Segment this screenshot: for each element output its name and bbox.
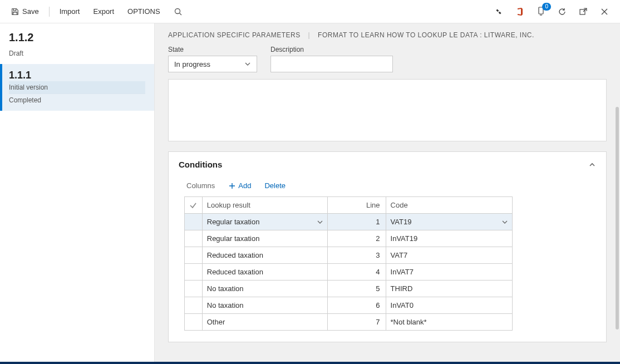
code-column-header[interactable]: Code <box>386 197 512 214</box>
code-cell[interactable]: VAT19 <box>386 214 512 230</box>
svg-rect-2 <box>496 9 499 12</box>
state-select[interactable]: In progress <box>168 56 257 72</box>
line-cell[interactable]: 6 <box>328 297 386 314</box>
conditions-section: Conditions Columns Add Delete <box>168 151 607 342</box>
lookup-cell[interactable]: Other <box>202 314 327 331</box>
sidebar-version-2[interactable]: 1.1.1 Initial version Completed <box>0 64 154 111</box>
line-cell[interactable]: 7 <box>328 314 386 331</box>
code-cell[interactable]: InVAT0 <box>386 297 512 314</box>
lookup-cell[interactable]: Regular taxation <box>202 230 327 247</box>
row-check-cell[interactable] <box>185 264 203 281</box>
line-cell[interactable]: 4 <box>328 264 386 281</box>
row-check-cell[interactable] <box>185 230 203 247</box>
code-cell[interactable]: InVAT19 <box>386 230 512 247</box>
chevron-up-icon <box>588 161 596 169</box>
row-check-cell[interactable] <box>185 297 203 314</box>
version-meta: Initial version <box>9 81 145 94</box>
save-button[interactable]: Save <box>6 4 45 19</box>
export-button[interactable]: Export <box>87 4 120 19</box>
svg-rect-3 <box>499 11 501 14</box>
main-pane: APPLICATION SPECIFIC PARAMETERS | FORMAT… <box>155 23 620 362</box>
version-number: 1.1.1 <box>9 70 145 81</box>
delete-button[interactable]: Delete <box>264 181 286 190</box>
version-meta: Completed <box>9 94 145 106</box>
lookup-cell[interactable]: No taxation <box>202 281 327 297</box>
save-label: Save <box>22 7 39 16</box>
import-button[interactable]: Import <box>54 4 86 19</box>
svg-line-1 <box>179 13 181 15</box>
table-row[interactable]: Regular taxation1VAT19 <box>185 214 513 230</box>
table-row[interactable]: Reduced taxation3VAT7 <box>185 247 513 264</box>
row-check-cell[interactable] <box>185 247 203 264</box>
upper-card <box>168 79 607 141</box>
table-row[interactable]: Reduced taxation4InVAT7 <box>185 264 513 281</box>
lookup-column-header[interactable]: Lookup result <box>202 197 327 214</box>
conditions-header[interactable]: Conditions <box>169 152 606 177</box>
row-check-cell[interactable] <box>185 281 203 297</box>
version-number: 1.1.2 <box>9 31 145 44</box>
breadcrumb: APPLICATION SPECIFIC PARAMETERS | FORMAT… <box>155 23 620 41</box>
scrollbar[interactable] <box>616 107 619 329</box>
notification-count: 0 <box>542 3 551 11</box>
table-row[interactable]: Regular taxation2InVAT19 <box>185 230 513 247</box>
check-icon <box>189 201 197 209</box>
row-check-cell[interactable] <box>185 314 203 331</box>
sidebar-version-1[interactable]: 1.1.2 Draft <box>0 23 154 64</box>
check-column-header[interactable] <box>185 197 203 214</box>
line-column-header[interactable]: Line <box>328 197 386 214</box>
save-icon <box>11 8 19 16</box>
columns-link[interactable]: Columns <box>186 181 215 190</box>
options-button[interactable]: OPTIONS <box>122 4 166 19</box>
office-icon[interactable] <box>514 6 525 17</box>
line-cell[interactable]: 3 <box>328 247 386 264</box>
chevron-down-icon <box>317 219 323 225</box>
line-cell[interactable]: 5 <box>328 281 386 297</box>
line-cell[interactable]: 2 <box>328 230 386 247</box>
close-icon[interactable] <box>599 6 610 17</box>
connect-icon[interactable] <box>493 6 504 17</box>
conditions-grid: Lookup result Line Code Regular taxation… <box>184 196 513 331</box>
svg-point-0 <box>175 8 180 13</box>
plus-icon <box>228 182 236 190</box>
code-cell[interactable]: InVAT7 <box>386 264 512 281</box>
code-cell[interactable]: *Not blank* <box>386 314 512 331</box>
description-label: Description <box>270 46 393 53</box>
search-icon <box>174 7 183 16</box>
version-status: Draft <box>9 50 145 57</box>
row-check-cell[interactable] <box>185 214 203 230</box>
code-cell[interactable]: VAT7 <box>386 247 512 264</box>
chevron-down-icon <box>502 219 508 225</box>
lookup-cell[interactable]: Reduced taxation <box>202 247 327 264</box>
svg-rect-6 <box>580 9 585 14</box>
chevron-down-icon <box>244 61 251 67</box>
version-sidebar: 1.1.2 Draft 1.1.1 Initial version Comple… <box>0 23 155 362</box>
description-input[interactable] <box>270 56 393 72</box>
lookup-cell[interactable]: No taxation <box>202 297 327 314</box>
code-cell[interactable]: THIRD <box>386 281 512 297</box>
notifications-icon[interactable]: 0 <box>535 6 547 17</box>
state-label: State <box>168 46 257 53</box>
search-button[interactable] <box>168 4 188 19</box>
table-row[interactable]: No taxation6InVAT0 <box>185 297 513 314</box>
popout-icon[interactable] <box>578 6 589 17</box>
add-button[interactable]: Add <box>228 181 251 190</box>
refresh-icon[interactable] <box>557 6 568 17</box>
lookup-cell[interactable]: Regular taxation <box>202 214 327 230</box>
lookup-cell[interactable]: Reduced taxation <box>202 264 327 281</box>
table-row[interactable]: No taxation5THIRD <box>185 281 513 297</box>
line-cell[interactable]: 1 <box>328 214 386 230</box>
top-toolbar: Save Import Export OPTIONS 0 <box>0 0 620 23</box>
table-row[interactable]: Other7*Not blank* <box>185 314 513 331</box>
toolbar-divider <box>49 7 50 17</box>
